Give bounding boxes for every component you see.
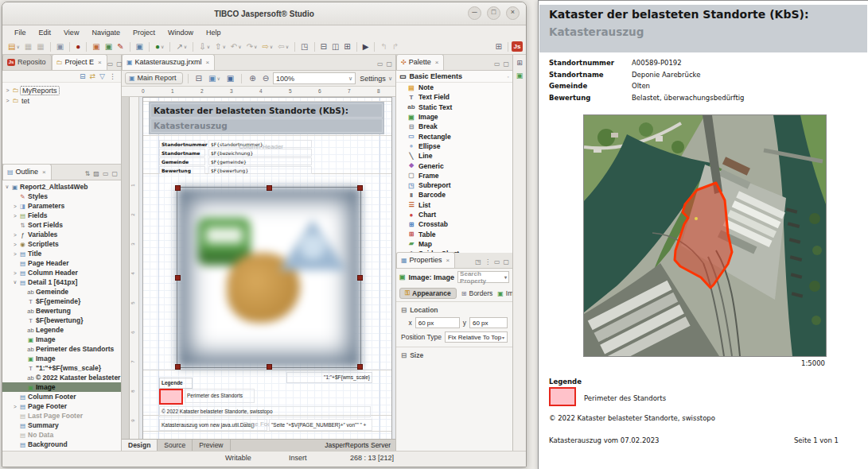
outline-item[interactable]: ∨▤Detail 1 [641px] (2, 277, 121, 287)
image-item[interactable]: ▣Image (396, 112, 512, 122)
field-label-static-text[interactable]: Bewertung (159, 166, 205, 174)
expand-arrow-icon[interactable]: > (12, 404, 18, 409)
design-field-row[interactable]: Bewertung$F{bewertung} (159, 166, 318, 175)
settings-dropdown[interactable]: Settings∨ (360, 75, 392, 83)
editor-mode-tab-preview[interactable]: Preview (193, 440, 230, 451)
section-pin-icon[interactable]: ◦ (508, 74, 509, 79)
main-report-button[interactable]: ▣ Main Report (125, 72, 183, 84)
outline-item[interactable]: ⇅Sort Fields (2, 220, 121, 230)
tab-properties[interactable]: ▦ Properties × (396, 252, 455, 268)
frame-item[interactable]: ▢Frame (396, 171, 512, 180)
text-field-item[interactable]: TText Field (396, 92, 512, 102)
outline-item[interactable]: ▣Image (2, 382, 121, 392)
filter-icon[interactable]: ▽ (99, 72, 105, 80)
snapshot-icon[interactable]: ▣ (225, 74, 235, 83)
barcode-item[interactable]: ‖Barcode (396, 190, 512, 200)
selection-handle[interactable] (175, 275, 181, 281)
tab-repository-explorer[interactable]: Js Reposito (2, 54, 52, 70)
scale-text-field[interactable]: "1:"+$F{wms_scale} (286, 372, 372, 383)
split-horizontal-icon[interactable]: ◫ (330, 42, 341, 52)
map-item[interactable]: ▰Map (396, 239, 512, 249)
chart-item[interactable]: ●Chart (396, 210, 512, 219)
expand-arrow-icon[interactable]: > (12, 242, 18, 247)
menu-window[interactable]: Window (162, 28, 199, 37)
download-icon[interactable]: ⇩∨ (197, 42, 212, 52)
zoom-in-icon[interactable]: ⊕ (247, 74, 257, 83)
minimized-view-icon[interactable]: ▣ (515, 71, 525, 80)
ellipse-item[interactable]: ●Ellipse (396, 141, 512, 151)
maximize-panel-icon[interactable]: ▢ (503, 258, 509, 266)
next-annotation-icon[interactable]: ↱ (391, 42, 400, 52)
minimize-panel-icon[interactable]: ▭ (377, 60, 383, 68)
crosstab-item[interactable]: ⊞Crosstab (396, 219, 512, 229)
field-label-static-text[interactable]: Standortnummer (159, 140, 205, 148)
location-section-label[interactable]: Location (410, 306, 438, 314)
undo-icon[interactable]: ↶∨ (229, 42, 243, 52)
run-report-icon[interactable]: ▶ (361, 42, 371, 52)
design-canvas[interactable]: 12345678910 (122, 97, 395, 439)
map-image-element[interactable] (177, 187, 361, 368)
new-window-icon[interactable]: ◳ (299, 42, 309, 52)
save-all-icon[interactable]: ▦ (35, 42, 45, 52)
maximize-button[interactable]: □ (487, 6, 500, 20)
tab-palette[interactable]: ✣ Palette × (396, 54, 444, 70)
menu-view[interactable]: View (58, 28, 84, 37)
outline-item[interactable]: ✎Styles (2, 192, 121, 201)
expand-arrow-icon[interactable]: > (12, 213, 18, 219)
zoom-level-select[interactable]: 100%∨ (273, 72, 356, 84)
outline-item[interactable]: >◉Scriptlets (2, 239, 121, 249)
outline-item[interactable]: abGemeinde (2, 287, 121, 297)
tab-outline[interactable]: ▤ Outline × (2, 164, 52, 180)
close-button[interactable]: × (506, 6, 520, 20)
data-adapter-icon[interactable]: ▣ (103, 42, 114, 52)
upload-icon[interactable]: ⇧∨ (213, 42, 228, 52)
menu-navigate[interactable]: Navigate (86, 28, 126, 37)
design-title-static-text[interactable]: Kataster der belasteten Standorte (KbS): (150, 103, 383, 118)
editor-mode-tab-design[interactable]: Design (122, 440, 158, 451)
note-item[interactable]: ▤Note (396, 83, 512, 92)
selection-handle[interactable] (357, 364, 363, 370)
break-item[interactable]: ⊟Break (396, 122, 512, 131)
generic-item[interactable]: ❖Generic (396, 161, 512, 170)
field-expression-text-field[interactable]: $F{bewertung} (208, 166, 312, 174)
outline-item[interactable]: ∨▣Report2_Altlast4Web (2, 182, 121, 192)
breakpoint-icon[interactable]: ● (74, 42, 82, 52)
selection-handle[interactable] (175, 364, 181, 370)
minimize-button[interactable]: ─ (468, 6, 481, 20)
size-section-label[interactable]: Size (410, 351, 423, 359)
y-input[interactable]: 60 px (469, 317, 508, 328)
menu-edit[interactable]: Edit (33, 28, 57, 37)
outline-sort-icon[interactable]: ⇅ (85, 170, 91, 177)
outline-item[interactable]: ▤Page Header (2, 258, 121, 268)
outline-item[interactable]: >▤Title (2, 249, 121, 258)
editor-mode-tab-source[interactable]: Source (158, 440, 193, 451)
band-edge-strip[interactable] (122, 97, 130, 439)
back-icon[interactable]: ⇦∨ (276, 42, 290, 52)
outline-item[interactable]: abLegende (2, 325, 121, 335)
outline-item[interactable]: T"1:"+$F{wms_scale} (2, 363, 121, 373)
band-tool-icon[interactable]: ⊟ (194, 74, 204, 83)
footer-page-text-field[interactable]: "Seite "+$V{PAGE_NUMBER}+" von"" " + (269, 419, 372, 431)
selection-handle[interactable] (267, 185, 272, 191)
legend-item-static-text[interactable]: Perimeter des Standorts (185, 389, 255, 403)
split-grid-icon[interactable]: ⊞ (342, 42, 352, 52)
outline-filter-icon[interactable]: ▨ (93, 170, 99, 177)
tab-image[interactable]: ▣ Ima (497, 289, 512, 297)
pin-editor-icon[interactable]: ⊟ (319, 42, 329, 52)
design-subtitle-static-text[interactable]: Katasterauszug (150, 118, 383, 133)
outline-item[interactable]: ab© 2022 Kataster belasteter Sta (2, 373, 121, 382)
style-template-icon[interactable]: ✎ (115, 42, 125, 52)
outline-item[interactable]: ▤No Data (2, 430, 121, 440)
outline-item[interactable]: ▤Last Page Footer (2, 411, 121, 421)
legend-swatch-rectangle[interactable] (159, 389, 183, 405)
expand-arrow-icon[interactable]: ∨ (12, 279, 18, 285)
expand-arrow-icon[interactable]: ∨ (4, 184, 10, 190)
minimize-panel-icon[interactable]: ▭ (494, 258, 500, 266)
expand-arrow-icon[interactable]: > (4, 87, 11, 93)
save-icon[interactable]: ▦ (23, 42, 33, 52)
list-item[interactable]: ☰List (396, 200, 512, 210)
outline-item[interactable]: T$F{gemeinde} (2, 297, 121, 306)
forward-icon[interactable]: ⇨∨ (260, 42, 274, 52)
view-menu-icon[interactable]: ⋮ (109, 72, 116, 80)
selection-handle[interactable] (357, 275, 363, 281)
